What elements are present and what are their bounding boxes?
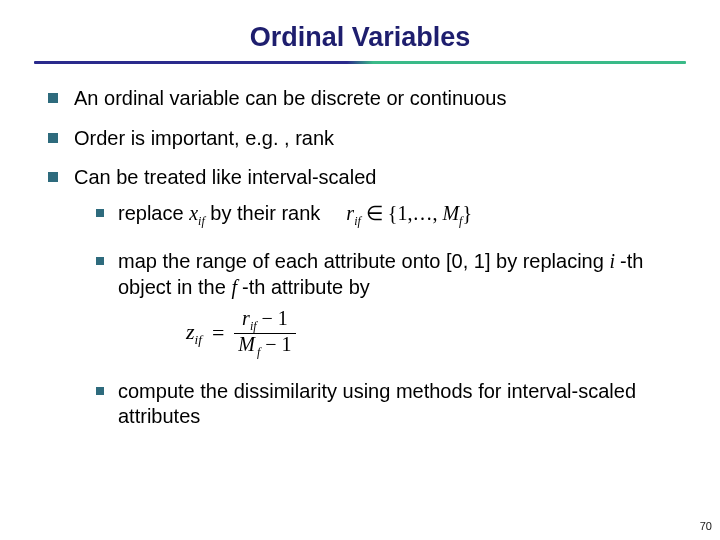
var-f: f (231, 276, 242, 298)
sub1-row: replace xif by their rank rif ∈ {1,…, Mf… (118, 201, 680, 229)
text-fragment: ∈ {1,…, (361, 202, 443, 224)
bullet-text: Order is important, e.g. , rank (74, 127, 334, 149)
fraction-denominator: Mf − 1 (234, 334, 295, 359)
text-fragment: by their rank (205, 202, 321, 224)
text-fragment: map the range of each attribute onto [0,… (118, 250, 609, 272)
text-fragment: replace (118, 202, 189, 224)
z-formula: zif = rif − 1 Mf − 1 (186, 308, 680, 358)
sub-bullet-text: compute the dissimilarity using methods … (118, 380, 636, 428)
page-number: 70 (700, 520, 712, 532)
equals-sign: = (212, 319, 224, 347)
slide-title: Ordinal Variables (0, 0, 720, 61)
fraction: rif − 1 Mf − 1 (234, 308, 295, 358)
bullet-item: Order is important, e.g. , rank (48, 126, 680, 152)
subscript: if (198, 214, 205, 228)
sub-bullet-text: map the range of each attribute onto [0,… (118, 250, 643, 298)
sub-bullet-text: replace xif by their rank (118, 201, 320, 229)
text-fragment: M (442, 202, 459, 224)
bullet-item: Can be treated like interval-scaled repl… (48, 165, 680, 430)
bullet-text: An ordinal variable can be discrete or c… (74, 87, 506, 109)
text-fragment: } (462, 202, 472, 224)
text-fragment: − 1 (260, 333, 291, 355)
bullet-list: An ordinal variable can be discrete or c… (48, 86, 680, 430)
bullet-text: Can be treated like interval-scaled (74, 166, 376, 188)
sub-bullet-item: map the range of each attribute onto [0,… (96, 249, 680, 358)
text-fragment: z (186, 319, 195, 344)
title-divider (34, 61, 686, 64)
text-fragment: − 1 (257, 307, 288, 329)
formula-lhs: zif (186, 318, 202, 349)
rank-domain-formula: rif ∈ {1,…, Mf} (346, 201, 472, 229)
slide: Ordinal Variables An ordinal variable ca… (0, 0, 720, 540)
bullet-item: An ordinal variable can be discrete or c… (48, 86, 680, 112)
text-fragment: M (238, 333, 255, 355)
fraction-numerator: rif − 1 (238, 308, 292, 333)
sub-bullet-list: replace xif by their rank rif ∈ {1,…, Mf… (74, 201, 680, 430)
sub-bullet-item: compute the dissimilarity using methods … (96, 379, 680, 430)
slide-content: An ordinal variable can be discrete or c… (0, 78, 720, 430)
text-fragment: -th attribute by (242, 276, 370, 298)
text-fragment: x (189, 202, 198, 224)
var-i: i (609, 250, 620, 272)
subscript: if (354, 214, 361, 228)
sub-bullet-item: replace xif by their rank rif ∈ {1,…, Mf… (96, 201, 680, 229)
var-xif: xif (189, 202, 205, 224)
text-fragment: r (346, 202, 354, 224)
subscript: if (250, 319, 257, 333)
text-fragment: r (242, 307, 250, 329)
subscript: if (195, 332, 202, 347)
